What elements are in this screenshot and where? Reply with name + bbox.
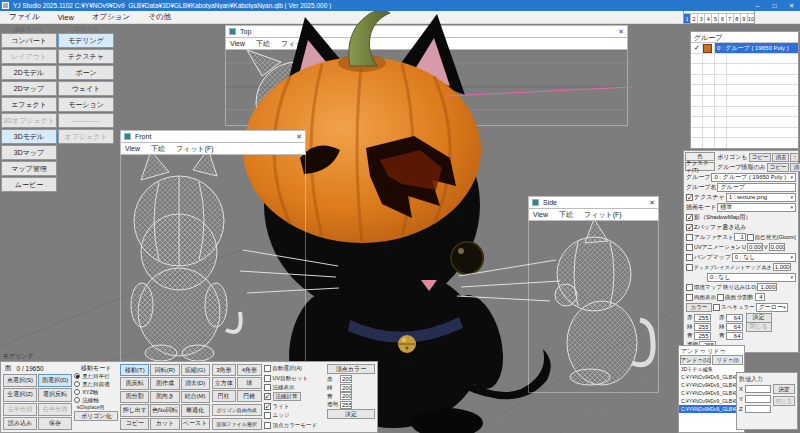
menu-fit[interactable]: フィット(F) — [281, 39, 319, 49]
merge-button[interactable]: 結合(M) — [181, 391, 210, 403]
menu-fit[interactable]: フィット(F) — [176, 144, 214, 154]
menu-options[interactable]: オプション — [83, 12, 139, 22]
sidebar-item-modeling[interactable]: モデリング — [58, 33, 114, 48]
clear-button[interactable]: 消去 — [790, 163, 800, 172]
reflect-field[interactable]: 1.000 — [757, 283, 777, 291]
specular-checkbox[interactable] — [713, 304, 720, 311]
viewport-side-canvas[interactable] — [528, 221, 659, 393]
layer-2[interactable]: 2 — [690, 14, 697, 23]
drawmode-dropdown[interactable]: 標準▾ — [717, 203, 796, 212]
menu-view[interactable]: View — [49, 13, 83, 22]
copy-button[interactable]: コピー — [767, 163, 790, 172]
history-item[interactable]: C:¥Y¥NOv9¥Dv9_GLB¥Dat — [679, 389, 744, 397]
split-face-button[interactable]: 面分割 — [120, 391, 149, 403]
layer-8[interactable]: 8 — [733, 14, 740, 23]
undo-button[interactable]: アンドゥ(U) — [680, 355, 711, 365]
layer-5[interactable]: 5 — [711, 14, 718, 23]
diffuse-g-field[interactable]: 255 — [694, 323, 711, 331]
radio-view-depth[interactable] — [74, 381, 80, 387]
vertex-color-button[interactable]: 頂点カラー — [327, 364, 375, 374]
division-field[interactable]: 4 — [755, 293, 765, 301]
menu-view[interactable]: View — [125, 145, 140, 152]
radio-normal-axis[interactable] — [74, 397, 80, 403]
group-list[interactable]: ✓ 0 : グループ ( 19650 Poly ) — [691, 43, 798, 148]
color-button[interactable]: カラー — [686, 303, 712, 312]
app-titlebar[interactable]: YJ Studio 2025.1102 C:¥Y¥NOv9¥Dv9_GLB¥Da… — [0, 0, 800, 11]
group-row-label[interactable]: 0 : グループ ( 19650 Poly ) — [715, 43, 798, 53]
doubleside-checkbox[interactable] — [686, 294, 693, 301]
viewport-top-titlebar[interactable]: Top ✕ — [225, 25, 628, 38]
sidebar-item-2dmodel[interactable]: 2Dモデル — [1, 65, 57, 80]
selfglow-checkbox[interactable] — [747, 234, 754, 241]
layer-4[interactable]: 4 — [704, 14, 711, 23]
vertex-color-mode-checkbox[interactable] — [264, 422, 271, 429]
move-button[interactable]: 移動(T) — [120, 364, 149, 376]
diffuse-b-field[interactable]: 255 — [694, 332, 711, 340]
menu-others[interactable]: その他 — [139, 12, 180, 22]
layer-7[interactable]: 7 — [726, 14, 733, 23]
sidebar-item-3dmap[interactable]: 3Dマップ — [1, 145, 57, 160]
menu-view[interactable]: View — [230, 40, 245, 47]
sidebar-item-3dmodel[interactable]: 3Dモデル — [1, 129, 57, 144]
uv-autoset-checkbox[interactable] — [264, 375, 271, 382]
sidebar-item-movie[interactable]: ムービー — [1, 177, 57, 192]
numeric-ok-button[interactable]: 決定 — [773, 384, 795, 394]
polygonize-button[interactable]: ポリゴン化 — [74, 411, 118, 421]
close-icon[interactable]: ✕ — [649, 199, 655, 207]
vc-b-field[interactable]: 200 — [340, 392, 352, 400]
y-field[interactable] — [745, 395, 771, 403]
sidebar-item-motion[interactable]: モーション — [58, 97, 114, 112]
sphere-button[interactable]: 球 — [237, 377, 261, 389]
normal-display-checkbox[interactable] — [264, 384, 271, 391]
radio-xyz-axis[interactable] — [74, 389, 80, 395]
tab-texture[interactable]: テクスチャ(T) — [685, 162, 715, 171]
menu-underlay[interactable]: 下絵 — [151, 144, 165, 154]
history-item-selected[interactable]: C:¥Y¥NOv9¥Dv9_GLB¥Dat — [679, 405, 744, 413]
normal-calc-button[interactable]: 法線計算 — [273, 392, 301, 401]
menu-underlay[interactable]: 下絵 — [256, 39, 270, 49]
up-arrow-button[interactable]: ↑ — [790, 153, 799, 162]
sidebar-item-effect[interactable]: エフェクト — [1, 97, 57, 112]
history-item[interactable]: C:¥Y¥NOv9¥Dv9_GLB¥Dat — [679, 397, 744, 405]
x-field[interactable] — [745, 385, 771, 393]
specular-r-field[interactable]: 64 — [726, 314, 743, 322]
sidebar-item-convert[interactable]: コンバート — [1, 33, 57, 48]
optimize-button[interactable]: 最適化 — [181, 404, 210, 416]
history-item[interactable]: 3Dモデル編集 — [679, 365, 744, 373]
menu-view[interactable]: View — [533, 211, 548, 218]
paste-button[interactable]: ペースト — [181, 418, 210, 430]
history-list[interactable]: 3Dモデル編集 C:¥Y¥NOv9¥Dv9_GLB¥Dat C:¥Y¥NOv9¥… — [679, 365, 744, 413]
copy-button[interactable]: コピー — [749, 153, 772, 162]
alphatest-field[interactable]: 1 — [734, 233, 746, 241]
color-rotate-button[interactable]: 色No回転 — [150, 404, 179, 416]
create-face-button[interactable]: 面作成 — [150, 377, 179, 389]
rotate-button[interactable]: 回転(R) — [150, 364, 179, 376]
bumpmap-dropdown[interactable]: 0 : なし▾ — [732, 253, 796, 262]
displacement-dropdown[interactable]: 0 : なし▾ — [707, 273, 796, 282]
curved-checkbox[interactable] — [717, 294, 724, 301]
light-checkbox[interactable] — [264, 403, 271, 410]
invert-selection-button[interactable]: 選択反転 — [38, 388, 72, 401]
face-select-button[interactable]: 面選択(D) — [38, 374, 72, 387]
u-field[interactable]: 0.000 — [747, 243, 763, 251]
save-button[interactable]: 保存 — [38, 417, 72, 430]
add-file-select-button[interactable]: 追加ファイル選択 — [212, 418, 262, 430]
vc-a-field[interactable]: 255 — [340, 401, 352, 409]
cone-button[interactable]: 円錐 — [237, 390, 261, 402]
viewport-top-canvas[interactable] — [225, 50, 628, 126]
bumpmap-checkbox[interactable] — [686, 254, 693, 261]
edge-checkbox[interactable] — [264, 412, 271, 419]
alphatest-checkbox[interactable] — [686, 234, 693, 241]
quad-button[interactable]: 4角形 — [237, 364, 261, 376]
free-polygon-button[interactable]: ポリゴン自由作成 — [212, 404, 262, 416]
point-select-button[interactable]: 点選択(S) — [3, 374, 37, 387]
sidebar-item-mapmanage[interactable]: マップ管理 — [1, 161, 57, 176]
maximize-button[interactable]: □ — [766, 0, 783, 11]
history-item[interactable]: C:¥Y¥NOv9¥Dv9_GLB¥Dat — [679, 381, 744, 389]
layer-3[interactable]: 3 — [697, 14, 704, 23]
specular-b-field[interactable]: 64 — [726, 332, 743, 340]
scale-button[interactable]: 拡縮(G) — [181, 364, 210, 376]
redo-button[interactable]: リドゥ(I) — [712, 355, 743, 365]
sidebar-item-texture[interactable]: テクスチャ — [58, 49, 114, 64]
clear-button[interactable]: 消去 — [772, 153, 789, 162]
